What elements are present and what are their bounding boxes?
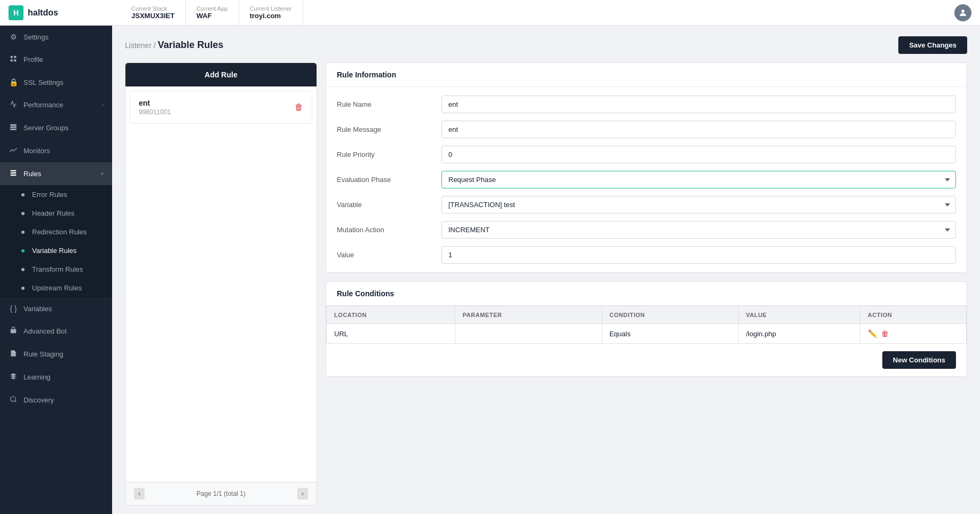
sidebar-subitem-redirection-rules[interactable]: Redirection Rules <box>0 223 112 241</box>
sidebar-subitem-upstream-rules[interactable]: Upstream Rules <box>0 279 112 297</box>
rule-list-footer: ‹ Page 1/1 (total 1) › <box>125 482 317 505</box>
settings-icon: ⚙ <box>9 33 18 41</box>
delete-condition-icon[interactable]: 🗑 <box>881 329 889 338</box>
variable-label: Variable <box>337 201 433 209</box>
evaluation-phase-select[interactable]: Request Phase Response Phase <box>441 171 956 188</box>
new-conditions-button[interactable]: New Conditions <box>882 351 956 369</box>
prev-page-button[interactable]: ‹ <box>134 488 145 500</box>
rule-name-input[interactable] <box>441 96 956 113</box>
discovery-icon <box>9 396 18 405</box>
add-rule-button[interactable]: Add Rule <box>125 63 317 86</box>
evaluation-phase-row: Evaluation Phase Request Phase Response … <box>337 171 956 188</box>
col-location: LOCATION <box>327 306 455 324</box>
breadcrumb-separator: / <box>152 41 158 50</box>
row-action-buttons: ✏️ 🗑 <box>868 329 959 338</box>
current-app-label: Current App <box>196 5 228 12</box>
profile-icon <box>9 55 18 64</box>
logo: H haltdos <box>9 5 121 20</box>
sidebar-item-advanced-bot[interactable]: Advanced Bot <box>0 320 112 343</box>
performance-icon <box>9 100 18 109</box>
rule-info-card: Rule Information Rule Name Rule Message … <box>326 62 967 273</box>
rule-priority-label: Rule Priority <box>337 151 433 159</box>
svg-point-0 <box>961 10 965 13</box>
topbar: H haltdos Current Stack JSXMUX3IET Curre… <box>0 0 980 26</box>
sidebar-item-profile[interactable]: Profile <box>0 48 112 71</box>
sidebar-item-ssl[interactable]: 🔒 SSL Settings <box>0 71 112 93</box>
current-app: Current App WAF <box>186 0 239 26</box>
svg-rect-4 <box>14 59 16 61</box>
user-avatar[interactable] <box>954 4 971 21</box>
dot-icon <box>21 268 25 271</box>
next-page-button[interactable]: › <box>297 488 308 500</box>
delete-rule-icon[interactable]: 🗑 <box>295 102 303 112</box>
rule-conditions-title: Rule Conditions <box>326 282 967 306</box>
logo-text: haltdos <box>28 8 58 18</box>
topbar-nav: Current Stack JSXMUX3IET Current App WAF… <box>121 0 954 26</box>
cell-parameter <box>455 324 602 344</box>
current-app-value: WAF <box>196 12 228 20</box>
current-stack: Current Stack JSXMUX3IET <box>121 0 186 26</box>
sidebar-item-server-groups[interactable]: Server Groups <box>0 116 112 139</box>
content-area: Listener / Variable Rules Save Changes A… <box>112 26 980 514</box>
rule-item-id: 998011001 <box>139 108 171 116</box>
staging-icon <box>9 350 18 359</box>
chevron-right-icon: › <box>102 102 104 108</box>
svg-rect-3 <box>11 59 13 61</box>
rule-items-container: ent 998011001 🗑 <box>125 86 317 482</box>
cell-location: URL <box>327 324 455 344</box>
rule-detail-panel: Rule Information Rule Name Rule Message … <box>317 62 967 505</box>
rule-message-input[interactable] <box>441 121 956 138</box>
current-stack-value: JSXMUX3IET <box>131 12 175 20</box>
sidebar: ⚙ Settings Profile 🔒 SSL Settings Perfor… <box>0 26 112 514</box>
rule-item[interactable]: ent 998011001 🗑 <box>130 91 312 124</box>
col-value: VALUE <box>738 306 860 324</box>
rule-priority-input[interactable] <box>441 146 956 163</box>
svg-rect-9 <box>11 172 17 173</box>
chevron-down-icon: ▾ <box>101 171 104 177</box>
sidebar-item-settings[interactable]: ⚙ Settings <box>0 26 112 48</box>
save-changes-button[interactable]: Save Changes <box>898 36 967 54</box>
value-label: Value <box>337 251 433 259</box>
topbar-right <box>954 4 971 21</box>
sidebar-subitem-variable-rules[interactable]: Variable Rules <box>0 241 112 260</box>
sidebar-item-monitors[interactable]: Monitors <box>0 139 112 162</box>
rule-priority-row: Rule Priority <box>337 146 956 163</box>
edit-condition-icon[interactable]: ✏️ <box>868 329 877 338</box>
mutation-action-select[interactable]: INCREMENT DECREMENT SET <box>441 221 956 239</box>
value-input[interactable] <box>441 246 956 264</box>
sidebar-subitem-transform-rules[interactable]: Transform Rules <box>0 260 112 279</box>
rules-icon <box>9 169 18 178</box>
dot-active-icon <box>21 249 25 252</box>
evaluation-phase-label: Evaluation Phase <box>337 176 433 184</box>
breadcrumb-parent: Listener <box>125 41 152 50</box>
svg-rect-6 <box>10 126 17 128</box>
sidebar-item-rules[interactable]: Rules ▾ <box>0 162 112 185</box>
svg-line-15 <box>15 401 17 402</box>
breadcrumb-current: Variable Rules <box>157 39 223 50</box>
svg-rect-5 <box>10 124 17 126</box>
svg-point-12 <box>12 330 13 331</box>
col-condition: CONDITION <box>602 306 738 324</box>
svg-rect-11 <box>11 329 17 334</box>
bot-icon <box>9 327 18 336</box>
col-parameter: PARAMETER <box>455 306 602 324</box>
sidebar-item-learning[interactable]: Learning <box>0 366 112 389</box>
current-listener: Current Listener troyi.com <box>239 0 303 26</box>
current-listener-label: Current Listener <box>250 5 292 12</box>
breadcrumb: Listener / Variable Rules <box>125 39 224 51</box>
sidebar-subitem-header-rules[interactable]: Header Rules <box>0 204 112 223</box>
variable-select[interactable]: [TRANSACTION] test <box>441 196 956 213</box>
rule-name-label: Rule Name <box>337 100 433 108</box>
sidebar-item-discovery[interactable]: Discovery <box>0 389 112 412</box>
sidebar-item-rule-staging[interactable]: Rule Staging <box>0 343 112 366</box>
mutation-action-label: Mutation Action <box>337 226 433 234</box>
sidebar-subitem-error-rules[interactable]: Error Rules <box>0 185 112 204</box>
value-row: Value <box>337 246 956 264</box>
sidebar-item-variables[interactable]: { } Variables <box>0 297 112 320</box>
sidebar-item-performance[interactable]: Performance › <box>0 93 112 116</box>
svg-point-13 <box>14 330 15 331</box>
svg-rect-8 <box>11 170 17 171</box>
rule-info-title: Rule Information <box>326 63 967 87</box>
pagination-info: Page 1/1 (total 1) <box>196 490 246 497</box>
dot-icon <box>21 212 25 215</box>
